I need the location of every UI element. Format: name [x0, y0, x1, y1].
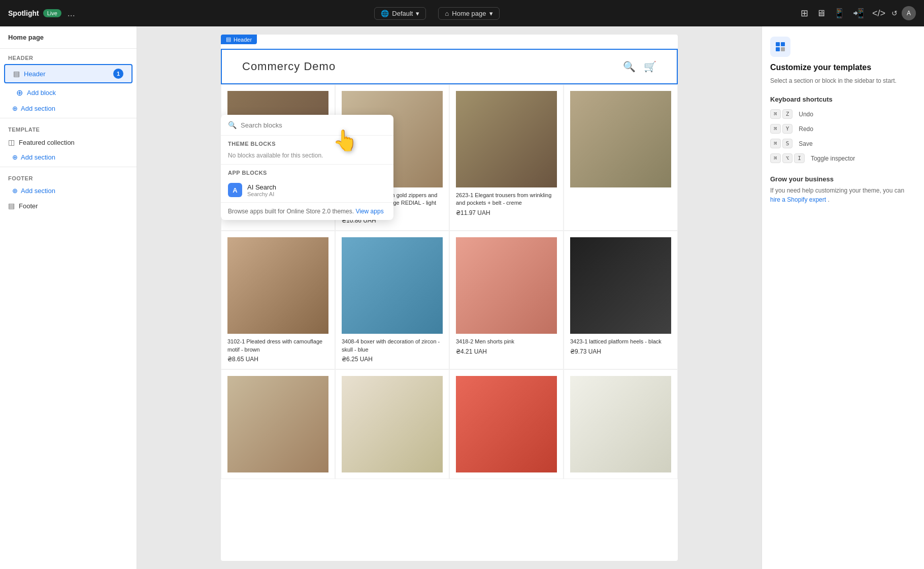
product-card[interactable] — [564, 369, 678, 479]
view-apps-link[interactable]: View apps — [355, 208, 383, 215]
hire-expert-link[interactable]: hire a Shopify expert — [770, 196, 826, 203]
add-section-template-label: Add section — [21, 153, 55, 161]
default-label: Default — [392, 10, 413, 17]
add-section-template-button[interactable]: ⊕ Add section — [0, 150, 137, 165]
ai-search-block-icon: A — [228, 183, 242, 197]
grow-desc: If you need help customizing your theme,… — [770, 186, 916, 204]
featured-collection-label: Featured collection — [19, 139, 75, 146]
theme-blocks-title: THEME BLOCKS — [221, 136, 393, 149]
product-price: ₴4.21 UAH — [456, 348, 557, 355]
desktop-view-button[interactable]: 🖥 — [814, 6, 828, 21]
kbd-key: S — [782, 139, 793, 148]
product-card[interactable] — [335, 369, 449, 479]
more-options-button[interactable]: ... — [68, 8, 75, 19]
product-card[interactable]: 3423-1 latticed platform heels - black₴9… — [564, 231, 678, 369]
sidebar-page-title: Home page — [0, 26, 137, 49]
home-page-button[interactable]: ⌂ Home page ▾ — [438, 7, 499, 20]
search-icon[interactable]: 🔍 — [623, 60, 636, 73]
keyboard-shortcut-row: ⌘SSave — [770, 139, 916, 148]
kbd-key: ⌘ — [770, 124, 781, 134]
add-section-footer-button[interactable]: ⊕ Add section — [0, 183, 137, 198]
add-section-footer-label: Add section — [21, 187, 55, 195]
main-layout: Home page Header ▤ Header 1 ⊕ Add block … — [0, 26, 924, 569]
product-price: ₴11.97 UAH — [456, 209, 557, 216]
kbd-key: Y — [782, 124, 793, 134]
kbd-key: ⌥ — [782, 153, 793, 163]
product-price: ₴8.65 UAH — [227, 356, 328, 363]
tablet-view-button[interactable]: 📱 — [832, 6, 847, 21]
store-header-icons: 🔍 🛒 — [623, 60, 656, 73]
app-blocks-title: APP BLOCKS — [221, 165, 393, 178]
topbar-center: 🌐 Default ▾ ⌂ Home page ▾ — [81, 7, 793, 20]
undo-button[interactable]: ↺ — [892, 9, 898, 17]
home-icon: ⌂ — [445, 10, 449, 17]
grow-business-section: Grow your business If you need help cust… — [770, 175, 916, 204]
customize-desc: Select a section or block in the sidebar… — [770, 76, 916, 85]
ai-search-block-item[interactable]: A AI Search Searchy AI — [221, 178, 393, 202]
cart-icon[interactable]: 🛒 — [644, 60, 656, 73]
keyboard-shortcuts-title: Keyboard shortcuts — [770, 96, 916, 103]
add-section-header-button[interactable]: ⊕ Add section — [0, 101, 137, 116]
kbd-action-label: Save — [799, 140, 812, 147]
grow-desc-text: If you need help customizing your theme,… — [770, 187, 904, 194]
homepage-label: Home page — [452, 10, 486, 17]
add-section-header-label: Add section — [21, 105, 55, 112]
sidebar-divider-2 — [0, 167, 137, 167]
keyboard-shortcut-row: ⌘⌥IToggle inspector — [770, 153, 916, 163]
kbd-combo: ⌘Y — [770, 124, 793, 134]
topbar: Spotlight Live ... 🌐 Default ▾ ⌂ Home pa… — [0, 0, 924, 26]
product-image — [456, 376, 557, 472]
block-sub: Searchy AI — [247, 191, 276, 197]
kbd-key: I — [794, 153, 805, 163]
add-block-button[interactable]: ⊕ Add block — [0, 84, 137, 101]
product-card[interactable] — [564, 84, 678, 231]
product-image — [570, 91, 671, 187]
sidebar-item-header[interactable]: ▤ Header 1 — [4, 64, 133, 83]
product-card[interactable]: 3408-4 boxer with decoration of zircon -… — [335, 231, 449, 369]
kbd-key: ⌘ — [770, 109, 781, 119]
store-header: Commercy Demo 🔍 🛒 — [221, 49, 678, 84]
dropdown-block-info: AI Search Searchy AI — [247, 183, 276, 197]
sidebar-item-featured-collection[interactable]: ◫ Featured collection — [0, 135, 137, 150]
header-section-icon: ▤ — [13, 70, 20, 78]
product-card[interactable] — [221, 369, 335, 479]
sidebar-item-footer[interactable]: ▤ Footer — [0, 198, 137, 213]
customize-icon — [770, 37, 790, 57]
header-section-label: Header — [24, 70, 46, 78]
product-card[interactable] — [449, 369, 564, 479]
add-block-label: Add block — [27, 89, 56, 97]
product-image — [342, 237, 443, 334]
keyboard-shortcuts-section: Keyboard shortcuts ⌘ZUndo⌘YRedo⌘SSave⌘⌥I… — [770, 96, 916, 163]
default-theme-button[interactable]: 🌐 Default ▾ — [374, 7, 426, 20]
svg-rect-3 — [781, 47, 785, 51]
right-panel: Customize your templates Select a sectio… — [762, 26, 924, 569]
kbd-combo: ⌘⌥I — [770, 153, 805, 163]
dropdown-search-icon: 🔍 — [228, 121, 237, 129]
chevron-down-icon: ▾ — [489, 10, 493, 17]
canvas-header-label: ▤ Header — [221, 35, 257, 44]
product-card[interactable]: 3418-2 Men shorts pink₴4.21 UAH — [449, 231, 564, 369]
customize-title: Customize your templates — [770, 63, 916, 72]
kbd-key: Z — [782, 109, 793, 119]
product-price: ₴9.73 UAH — [570, 348, 671, 355]
inspect-button[interactable]: ⊞ — [799, 6, 810, 21]
product-image — [227, 237, 328, 334]
code-view-button[interactable]: </> — [870, 6, 887, 21]
mobile-view-button[interactable]: 📲 — [851, 6, 866, 21]
dropdown-footer-text: Browse apps built for Online Store 2.0 t… — [228, 208, 354, 215]
footer-section-label: Footer — [19, 202, 38, 210]
kbd-combo: ⌘Z — [770, 109, 793, 119]
kbd-key: ⌘ — [770, 153, 781, 163]
product-card[interactable]: 2623-1 Elegant trousers from wrinkling a… — [449, 84, 564, 231]
product-name: 3102-1 Pleated dress with camouflage mot… — [227, 338, 328, 354]
product-card[interactable]: 3102-1 Pleated dress with camouflage mot… — [221, 231, 335, 369]
product-image — [342, 376, 443, 472]
dropdown-footer: Browse apps built for Online Store 2.0 t… — [221, 202, 393, 220]
product-image — [227, 376, 328, 472]
no-blocks-text: No blocks available for this section. — [221, 149, 393, 164]
kbd-key: ⌘ — [770, 139, 781, 148]
live-badge: Live — [43, 9, 61, 17]
account-button[interactable]: A — [902, 6, 916, 20]
sidebar-section-template-label: Template — [0, 120, 137, 135]
search-blocks-input[interactable] — [241, 121, 386, 129]
